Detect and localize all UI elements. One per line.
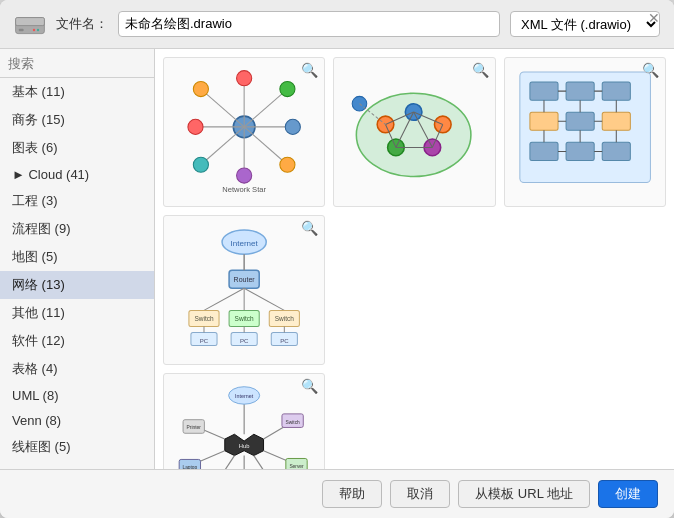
svg-point-19: [237, 168, 252, 183]
sidebar-item-cloud[interactable]: ► Cloud (41): [0, 162, 154, 187]
svg-rect-40: [566, 82, 594, 100]
svg-text:Switch: Switch: [286, 419, 301, 424]
svg-line-12: [201, 127, 244, 165]
title-bar: 文件名： XML 文件 (.drawio)PNG 文件 (.png)SVG 文件…: [0, 0, 674, 49]
drive-icon: [14, 10, 46, 38]
sidebar-item-network[interactable]: 网络 (13): [0, 271, 154, 299]
svg-point-15: [237, 70, 252, 85]
template-card-4[interactable]: 🔍 Internet Router: [163, 215, 325, 365]
svg-line-67: [244, 288, 284, 310]
template-card-3[interactable]: 🔍: [504, 57, 666, 207]
zoom-icon-2[interactable]: 🔍: [472, 62, 489, 78]
svg-point-16: [280, 81, 295, 96]
template-preview-3: [505, 58, 665, 206]
template-preview-5: Hub Internet: [164, 374, 324, 469]
svg-point-4: [33, 29, 35, 31]
close-button[interactable]: ✕: [646, 10, 662, 26]
template-preview-4: Internet Router Switch: [164, 216, 324, 364]
svg-text:Printer: Printer: [187, 425, 202, 430]
sidebar-item-software[interactable]: 软件 (12): [0, 327, 154, 355]
template-card-5[interactable]: 🔍 Hub: [163, 373, 325, 469]
sidebar-item-table[interactable]: 表格 (4): [0, 355, 154, 383]
create-button[interactable]: 创建: [598, 480, 658, 508]
sidebar-item-business[interactable]: 商务 (15): [0, 106, 154, 134]
svg-point-36: [353, 96, 368, 111]
svg-text:Server: Server: [289, 464, 304, 469]
svg-line-90: [254, 455, 278, 469]
svg-text:Internet: Internet: [231, 239, 259, 248]
svg-text:PC: PC: [200, 337, 209, 343]
svg-line-10: [244, 127, 287, 165]
svg-line-8: [244, 89, 287, 127]
svg-rect-39: [530, 82, 558, 100]
svg-text:Switch: Switch: [194, 315, 214, 322]
filetype-select[interactable]: XML 文件 (.drawio)PNG 文件 (.png)SVG 文件 (.sv…: [510, 11, 660, 37]
svg-rect-46: [566, 142, 594, 160]
template-grid: 🔍: [155, 49, 674, 469]
svg-point-20: [193, 157, 208, 172]
search-input[interactable]: [8, 56, 155, 71]
svg-line-88: [210, 455, 234, 469]
sidebar: 🔍 基本 (11) 商务 (15) 图表 (6) ► Cloud (41) 工程…: [0, 49, 155, 469]
sidebar-item-uml[interactable]: UML (8): [0, 383, 154, 408]
svg-line-6: [201, 89, 244, 127]
svg-point-14: [193, 81, 208, 96]
sidebar-item-engineering[interactable]: 工程 (3): [0, 187, 154, 215]
sidebar-item-basic[interactable]: 基本 (11): [0, 78, 154, 106]
search-box: 🔍: [0, 49, 154, 78]
svg-rect-2: [19, 29, 24, 31]
svg-rect-45: [530, 142, 558, 160]
zoom-icon-5[interactable]: 🔍: [301, 378, 318, 394]
svg-rect-41: [602, 82, 630, 100]
zoom-icon-1[interactable]: 🔍: [301, 62, 318, 78]
svg-text:PC: PC: [280, 337, 289, 343]
svg-rect-43: [566, 112, 594, 130]
filename-input[interactable]: [118, 11, 500, 37]
svg-rect-42: [530, 112, 558, 130]
cancel-button[interactable]: 取消: [390, 480, 450, 508]
from-url-button[interactable]: 从模板 URL 地址: [458, 480, 590, 508]
svg-text:Network Star: Network Star: [222, 184, 266, 193]
filename-label: 文件名：: [56, 15, 108, 33]
svg-line-65: [204, 288, 244, 310]
sidebar-item-venn[interactable]: Venn (8): [0, 408, 154, 433]
template-card-2[interactable]: 🔍: [333, 57, 495, 207]
svg-text:Switch: Switch: [275, 315, 295, 322]
svg-text:PC: PC: [240, 337, 249, 343]
sidebar-item-other[interactable]: 其他 (11): [0, 299, 154, 327]
svg-text:Switch: Switch: [235, 315, 255, 322]
zoom-icon-3[interactable]: 🔍: [642, 62, 659, 78]
svg-point-17: [285, 119, 300, 134]
sidebar-item-flowchart[interactable]: 流程图 (9): [0, 215, 154, 243]
svg-text:Router: Router: [234, 276, 256, 283]
bottom-bar: 帮助 取消 从模板 URL 地址 创建: [0, 469, 674, 518]
help-button[interactable]: 帮助: [322, 480, 382, 508]
svg-point-18: [280, 157, 295, 172]
template-preview-1: Network Star: [164, 58, 324, 206]
sidebar-item-charts[interactable]: 图表 (6): [0, 134, 154, 162]
svg-rect-44: [602, 112, 630, 130]
main-area: 🔍 基本 (11) 商务 (15) 图表 (6) ► Cloud (41) 工程…: [0, 49, 674, 469]
svg-text:Hub: Hub: [239, 443, 250, 449]
sidebar-list: 基本 (11) 商务 (15) 图表 (6) ► Cloud (41) 工程 (…: [0, 78, 154, 469]
zoom-icon-4[interactable]: 🔍: [301, 220, 318, 236]
svg-text:Internet: Internet: [235, 393, 254, 399]
template-preview-2: [334, 58, 494, 206]
sidebar-item-wireframe[interactable]: 线框图 (5): [0, 433, 154, 461]
dialog: ✕ 文件名： XML 文件 (.drawio)PNG 文件 (.png)SVG …: [0, 0, 674, 518]
svg-text:Laptop: Laptop: [182, 465, 197, 469]
template-card-1[interactable]: 🔍: [163, 57, 325, 207]
svg-point-21: [188, 119, 203, 134]
svg-point-3: [37, 29, 39, 31]
sidebar-item-map[interactable]: 地图 (5): [0, 243, 154, 271]
svg-rect-47: [602, 142, 630, 160]
svg-rect-1: [16, 18, 45, 26]
